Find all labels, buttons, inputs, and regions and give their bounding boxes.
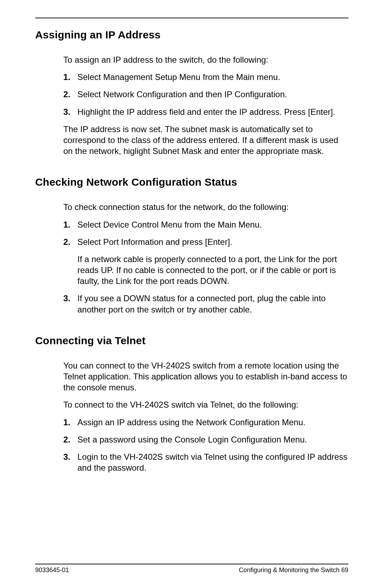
section-body: To check connection status for the netwo…	[35, 202, 348, 315]
list-item-text: Set a password using the Console Login C…	[77, 434, 348, 445]
page-footer: 9033645-01 Configuring & Monitoring the …	[35, 564, 348, 574]
list-item-number: 2.	[63, 89, 77, 100]
list-item: 3. Login to the VH-2402S switch via Teln…	[63, 451, 348, 473]
list-item-number: 1.	[63, 417, 77, 428]
footer-page-label: Configuring & Monitoring the Switch 69	[239, 567, 348, 574]
section-body: To assign an IP address to the switch, d…	[35, 54, 348, 156]
list-item-text: Select Management Setup Menu from the Ma…	[77, 72, 348, 82]
top-rule	[35, 18, 348, 18]
list-item-number: 2.	[63, 434, 77, 445]
list-item: 2. Set a password using the Console Logi…	[63, 434, 348, 445]
bottom-rule	[35, 564, 348, 564]
section-body: You can connect to the VH-2402S switch f…	[35, 360, 348, 474]
list-item: 2. Select Port Information and press [En…	[63, 236, 348, 247]
outro-para: The IP address is now set. The subnet ma…	[63, 124, 348, 157]
section-heading: Connecting via Telnet	[35, 335, 348, 347]
intro-para-2: To connect to the VH-2402S switch via Te…	[63, 399, 348, 410]
section-heading: Checking Network Configuration Status	[35, 176, 348, 188]
list-item-number: 1.	[63, 219, 77, 230]
list-item: 3. Highlight the IP address field and en…	[63, 106, 348, 117]
intro-para: You can connect to the VH-2402S switch f…	[63, 360, 348, 393]
list-item-number: 3.	[63, 293, 77, 315]
list-item-number: 3.	[63, 106, 77, 117]
intro-para: To assign an IP address to the switch, d…	[63, 54, 348, 65]
list-item-text: Select Device Control Menu from the Main…	[77, 219, 348, 230]
list-item: 3. If you see a DOWN status for a connec…	[63, 293, 348, 315]
list-item-number: 2.	[63, 236, 77, 247]
list-item: 1. Select Management Setup Menu from the…	[63, 72, 348, 82]
list-item: 2. Select Network Configuration and then…	[63, 89, 348, 100]
list-item-text: Select Port Information and press [Enter…	[77, 236, 348, 247]
list-item-text: Login to the VH-2402S switch via Telnet …	[77, 451, 348, 473]
list-item-number: 3.	[63, 451, 77, 473]
list-item-text: If you see a DOWN status for a connected…	[77, 293, 348, 315]
intro-para: To check connection status for the netwo…	[63, 202, 348, 212]
list-item: 1. Assign an IP address using the Networ…	[63, 417, 348, 428]
list-item: 1. Select Device Control Menu from the M…	[63, 219, 348, 230]
document-page: Assigning an IP Address To assign an IP …	[0, 0, 380, 588]
list-item-number: 1.	[63, 72, 77, 82]
footer-doc-number: 9033645-01	[35, 567, 69, 574]
section-heading: Assigning an IP Address	[35, 29, 348, 41]
list-item-subpara: If a network cable is properly connected…	[77, 254, 348, 287]
list-item-text: Assign an IP address using the Network C…	[77, 417, 348, 428]
list-item-text: Select Network Configuration and then IP…	[77, 89, 348, 100]
list-item-text: Highlight the IP address field and enter…	[77, 106, 348, 117]
